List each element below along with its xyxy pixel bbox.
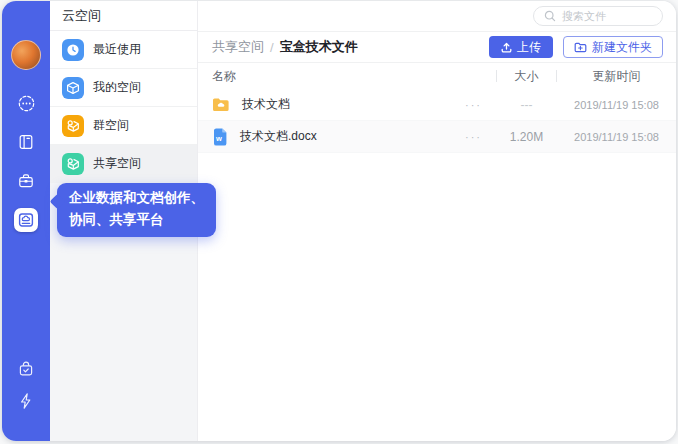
topbar: 搜索文件: [198, 1, 676, 32]
cloud-drive-icon: [18, 212, 34, 228]
left-rail: [2, 1, 50, 441]
folder-icon: [212, 97, 230, 112]
app-window: 云空间 最近使用 我的空间: [2, 1, 676, 441]
sidebar-item-recent[interactable]: 最近使用: [50, 31, 197, 69]
word-doc-icon: w: [212, 128, 228, 146]
file-updated: 2019/11/19 15:08: [557, 99, 676, 111]
notebook-icon: [17, 133, 35, 151]
upload-icon: [501, 42, 512, 53]
rail-bottom: [14, 357, 38, 421]
tooltip-line2: 协同、共享平台: [69, 209, 204, 231]
search-input[interactable]: 搜索文件: [533, 6, 663, 26]
new-folder-button[interactable]: 新建文件夹: [563, 36, 663, 58]
upload-button[interactable]: 上传: [489, 36, 553, 58]
svg-text:w: w: [215, 134, 222, 143]
feature-tooltip: 企业数据和文档创作、 协同、共享平台: [57, 183, 216, 237]
breadcrumb: 共享空间 / 宝盒技术文件: [212, 38, 358, 56]
breadcrumb-current: 宝盒技术文件: [280, 38, 358, 56]
more-actions-button[interactable]: ···: [465, 131, 482, 143]
file-name: 技术文档: [242, 96, 290, 113]
folder-plus-icon: [574, 42, 587, 53]
file-updated: 2019/11/19 15:08: [557, 131, 676, 143]
toolbar-actions: 上传 新建文件夹: [489, 36, 663, 58]
sidebar-item-my-space[interactable]: 我的空间: [50, 69, 197, 107]
toolbar: 共享空间 / 宝盒技术文件 上传 新建文件夹: [198, 32, 676, 63]
chat-icon: [17, 94, 36, 113]
sidebar-title: 云空间: [50, 1, 197, 31]
main-content: 搜索文件 共享空间 / 宝盒技术文件 上传: [198, 1, 676, 441]
column-header-name: 名称: [212, 68, 496, 85]
upload-label: 上传: [517, 39, 541, 56]
sidebar-item-label: 最近使用: [93, 41, 141, 58]
file-size: ---: [496, 98, 557, 112]
column-header-updated: 更新时间: [557, 68, 676, 85]
file-name: 技术文档.docx: [240, 128, 317, 145]
notebook-icon[interactable]: [14, 130, 38, 154]
bag-check-icon[interactable]: [14, 357, 38, 381]
chat-icon[interactable]: [14, 91, 38, 115]
group-space-icon: [62, 115, 84, 137]
avatar[interactable]: [11, 40, 41, 70]
table-header: 名称 大小 更新时间: [198, 63, 676, 89]
cube-icon: [62, 77, 84, 99]
clock-icon: [62, 39, 84, 61]
briefcase-icon[interactable]: [14, 169, 38, 193]
sidebar-item-label: 共享空间: [93, 155, 141, 172]
sidebar-item-shared-space[interactable]: 共享空间: [50, 145, 197, 183]
more-actions-button[interactable]: ···: [465, 99, 482, 111]
file-name-cell: w 技术文档.docx ···: [212, 128, 496, 146]
share-space-icon: [62, 153, 84, 175]
lightning-icon: [18, 392, 34, 410]
table-row[interactable]: 技术文档 ··· --- 2019/11/19 15:08: [198, 89, 676, 121]
column-header-size: 大小: [496, 68, 557, 85]
sidebar-item-label: 我的空间: [93, 79, 141, 96]
bag-check-icon: [17, 360, 35, 378]
file-name-cell: 技术文档 ···: [212, 96, 496, 113]
file-size: 1.20M: [496, 130, 557, 144]
lightning-icon[interactable]: [14, 389, 38, 413]
tooltip-line1: 企业数据和文档创作、: [69, 187, 204, 209]
new-folder-label: 新建文件夹: [592, 39, 652, 56]
breadcrumb-separator: /: [270, 40, 274, 55]
table-row[interactable]: w 技术文档.docx ··· 1.20M 2019/11/19 15:08: [198, 121, 676, 153]
search-placeholder: 搜索文件: [562, 9, 606, 24]
briefcase-icon: [17, 172, 35, 190]
search-icon: [544, 10, 556, 22]
cloud-drive-icon[interactable]: [14, 208, 38, 232]
sidebar-item-label: 群空间: [93, 117, 129, 134]
sidebar-item-group-space[interactable]: 群空间: [50, 107, 197, 145]
breadcrumb-parent[interactable]: 共享空间: [212, 38, 264, 56]
